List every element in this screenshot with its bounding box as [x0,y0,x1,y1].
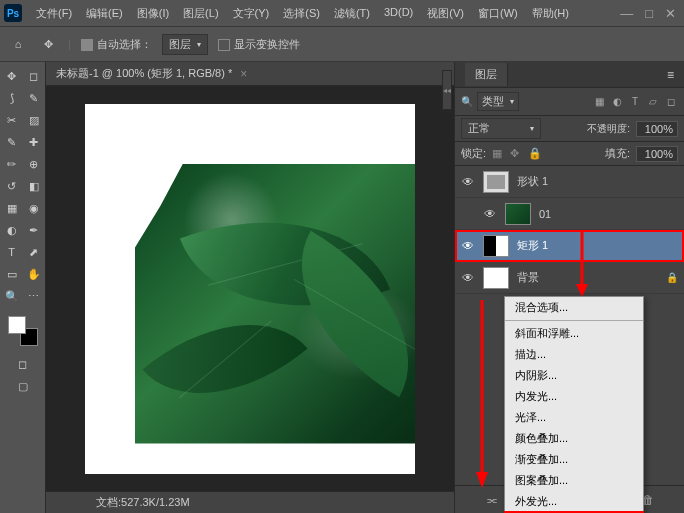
lock-label: 锁定: [461,146,486,161]
menu-type[interactable]: 文字(Y) [227,2,276,25]
layer-name[interactable]: 背景 [517,270,658,285]
layer-row[interactable]: 👁 01 [455,198,684,230]
menu-select[interactable]: 选择(S) [277,2,326,25]
filter-shape-icon[interactable]: ▱ [646,95,660,109]
auto-select-dropdown[interactable]: 图层▾ [162,34,208,55]
canvas[interactable] [85,104,415,474]
maximize-button[interactable]: □ [645,6,653,21]
close-button[interactable]: ✕ [665,6,676,21]
lock-pixels-icon[interactable]: ▦ [492,147,506,160]
document-tab[interactable]: 未标题-1 @ 100% (矩形 1, RGB/8) * × [46,62,454,86]
zoom-tool-icon[interactable]: 🔍 [2,286,22,306]
filter-type-dropdown[interactable]: 类型▾ [477,92,519,111]
layer-row[interactable]: 👁 形状 1 [455,166,684,198]
main-menu: 文件(F) 编辑(E) 图像(I) 图层(L) 文字(Y) 选择(S) 滤镜(T… [30,2,620,25]
home-icon[interactable]: ⌂ [8,34,28,54]
frame-tool-icon[interactable]: ▨ [24,110,44,130]
fx-outer-glow[interactable]: 外发光... [505,491,643,512]
image-content [135,164,415,444]
fx-inner-glow[interactable]: 内发光... [505,386,643,407]
fx-pattern-overlay[interactable]: 图案叠加... [505,470,643,491]
menu-layer[interactable]: 图层(L) [177,2,224,25]
menu-filter[interactable]: 滤镜(T) [328,2,376,25]
fx-color-overlay[interactable]: 颜色叠加... [505,428,643,449]
brush-tool-icon[interactable]: ✏ [2,154,22,174]
layer-row-selected[interactable]: 👁 矩形 1 [455,230,684,262]
quickmask-icon[interactable]: ◻ [13,354,33,374]
stamp-tool-icon[interactable]: ⊕ [24,154,44,174]
dodge-tool-icon[interactable]: ◐ [2,220,22,240]
healing-tool-icon[interactable]: ✚ [24,132,44,152]
layer-thumb[interactable] [505,203,531,225]
lock-icon: 🔒 [666,272,678,283]
fx-gradient-overlay[interactable]: 渐变叠加... [505,449,643,470]
filter-adjust-icon[interactable]: ◐ [610,95,624,109]
visibility-icon[interactable]: 👁 [461,175,475,189]
move-tool-icon[interactable]: ✥ [2,66,22,86]
link-layers-icon[interactable]: ⫘ [484,492,500,508]
fx-stroke[interactable]: 描边... [505,344,643,365]
doc-size-label: 文档:527.3K/1.23M [96,495,190,510]
menu-image[interactable]: 图像(I) [131,2,175,25]
quick-select-tool-icon[interactable]: ✎ [24,88,44,108]
layer-filter-row: 🔍 类型▾ ▦ ◐ T ▱ ◻ [455,88,684,116]
screenmode-icon[interactable]: ▢ [13,376,33,396]
fill-input[interactable]: 100% [636,146,678,162]
hand-tool-icon[interactable]: ✋ [24,264,44,284]
menu-help[interactable]: 帮助(H) [526,2,575,25]
filter-pixel-icon[interactable]: ▦ [592,95,606,109]
rectangle-tool-icon[interactable]: ▭ [2,264,22,284]
blend-mode-dropdown[interactable]: 正常▾ [461,118,541,139]
layer-name[interactable]: 01 [539,208,678,220]
panel-menu-icon[interactable]: ≡ [667,68,674,82]
layer-thumb[interactable] [483,235,509,257]
menu-view[interactable]: 视图(V) [421,2,470,25]
close-tab-icon[interactable]: × [240,67,247,81]
menu-file[interactable]: 文件(F) [30,2,78,25]
fx-satin[interactable]: 光泽... [505,407,643,428]
gradient-tool-icon[interactable]: ▦ [2,198,22,218]
lasso-tool-icon[interactable]: ⟆ [2,88,22,108]
layer-thumb[interactable] [483,267,509,289]
menu-3d[interactable]: 3D(D) [378,2,419,25]
collapse-panel-icon[interactable]: ◂◂ [442,70,452,110]
marquee-tool-icon[interactable]: ◻ [24,66,44,86]
toolbox: ✥ ◻ ⟆ ✎ ✂ ▨ ✎ ✚ ✏ ⊕ ↺ ◧ ▦ ◉ ◐ ✒ T ⬈ ▭ ✋ … [0,62,46,513]
fg-color-swatch[interactable] [8,316,26,334]
opacity-input[interactable]: 100% [636,121,678,137]
visibility-icon[interactable]: 👁 [461,239,475,253]
lock-position-icon[interactable]: ✥ [510,147,524,160]
auto-select-checkbox[interactable]: 自动选择： [81,37,152,52]
layer-row[interactable]: 👁 背景 🔒 [455,262,684,294]
blur-tool-icon[interactable]: ◉ [24,198,44,218]
minimize-button[interactable]: — [620,6,633,21]
menu-window[interactable]: 窗口(W) [472,2,524,25]
show-transform-checkbox[interactable]: 显示变换控件 [218,37,300,52]
more-tools-icon[interactable]: ⋯ [24,286,44,306]
titlebar: Ps 文件(F) 编辑(E) 图像(I) 图层(L) 文字(Y) 选择(S) 滤… [0,0,684,26]
path-select-icon[interactable]: ⬈ [24,242,44,262]
layers-tab[interactable]: 图层 [465,63,508,86]
move-tool-icon[interactable]: ✥ [38,34,58,54]
menu-edit[interactable]: 编辑(E) [80,2,129,25]
type-tool-icon[interactable]: T [2,242,22,262]
history-brush-icon[interactable]: ↺ [2,176,22,196]
lock-all-icon[interactable]: 🔒 [528,147,542,160]
fx-inner-shadow[interactable]: 内阴影... [505,365,643,386]
filter-type-icon[interactable]: T [628,95,642,109]
canvas-area: 未标题-1 @ 100% (矩形 1, RGB/8) * × 文档:527.3K… [46,62,454,513]
layer-name[interactable]: 形状 1 [517,174,678,189]
visibility-icon[interactable]: 👁 [483,207,497,221]
pen-tool-icon[interactable]: ✒ [24,220,44,240]
crop-tool-icon[interactable]: ✂ [2,110,22,130]
fx-blending-options[interactable]: 混合选项... [505,297,643,318]
filter-smart-icon[interactable]: ◻ [664,95,678,109]
layer-thumb[interactable] [483,171,509,193]
opacity-label: 不透明度: [587,122,630,136]
eyedropper-tool-icon[interactable]: ✎ [2,132,22,152]
layer-name[interactable]: 矩形 1 [517,238,678,253]
fx-bevel[interactable]: 斜面和浮雕... [505,323,643,344]
visibility-icon[interactable]: 👁 [461,271,475,285]
eraser-tool-icon[interactable]: ◧ [24,176,44,196]
color-swatches[interactable] [8,316,38,346]
